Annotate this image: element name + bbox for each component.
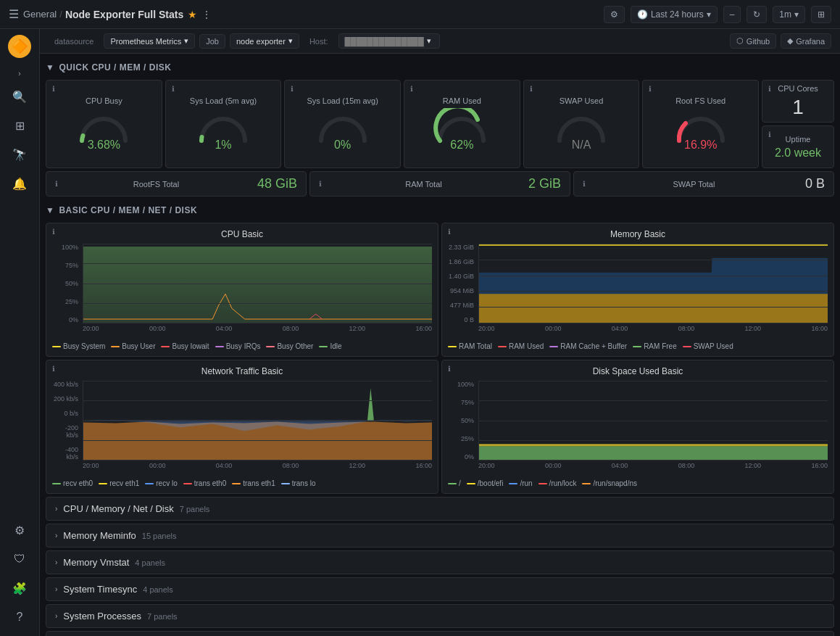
legend-ram-cache[interactable]: RAM Cache + Buffer [549, 342, 627, 350]
sidebar-item-explore[interactable]: 🔭 [5, 141, 34, 168]
dashboard: ▼ Quick CPU / Mem / Disk ℹ CPU Busy 3. [40, 54, 840, 636]
section-title-1: Memory Meminfo [63, 530, 136, 541]
cpu-cores-title: CPU Cores [778, 84, 818, 93]
legend-run-lock[interactable]: /run/lock [538, 479, 577, 487]
legend-label2: Busy User [122, 342, 155, 350]
info-icon11[interactable]: ℹ [583, 180, 586, 188]
info-icon12[interactable]: ℹ [52, 228, 55, 236]
legend-run-snapd-ns[interactable]: /run/snapd/ns [582, 479, 637, 487]
display-button[interactable]: ⊞ [811, 6, 831, 23]
hamburger-icon[interactable]: ☰ [9, 7, 19, 21]
info-icon9[interactable]: ℹ [55, 180, 58, 188]
sidebar-item-admin[interactable]: 🛡 [5, 546, 34, 572]
memory-basic-chart-area: 2.33 GiB 1.86 GiB 1.40 GiB 954 MiB 477 M… [448, 244, 828, 338]
info-icon10[interactable]: ℹ [319, 180, 322, 188]
sidebar-item-settings[interactable]: ⚙ [5, 517, 34, 543]
rootfs-used-title: Root FS Used [675, 96, 725, 105]
legend-trans-lo[interactable]: trans lo [281, 479, 316, 487]
breadcrumb-general[interactable]: General [23, 9, 57, 20]
info-icon6[interactable]: ℹ [649, 85, 652, 93]
legend-busy-iowait[interactable]: Busy Iowait [161, 342, 209, 350]
section-row-cpu-memory-net-disk[interactable]: › CPU / Memory / Net / Disk 7 panels [46, 497, 834, 521]
section-row-system-timesync[interactable]: › System Timesync 4 panels [46, 577, 834, 601]
chevron-down-icon: ▾ [707, 9, 711, 20]
legend-ram-free[interactable]: RAM Free [633, 342, 677, 350]
refresh-button[interactable]: ↻ [747, 6, 767, 23]
legend-run[interactable]: /run [509, 479, 532, 487]
info-icon3[interactable]: ℹ [291, 85, 294, 93]
app-logo[interactable]: 🔶 [8, 35, 31, 58]
sidebar-item-search[interactable]: 🔍 [5, 83, 34, 110]
cpu-busy-card: ℹ CPU Busy 3.68% [46, 80, 162, 168]
topbar-left: ☰ General / Node Exporter Full Stats ★ ⋮ [9, 7, 598, 21]
svg-marker-0 [83, 247, 432, 323]
grid-line12 [479, 400, 828, 401]
sys-load-15m-value: 0% [334, 139, 351, 152]
star-icon[interactable]: ★ [188, 9, 197, 20]
info-icon4[interactable]: ℹ [410, 85, 413, 93]
quick-cpu-section-title: Quick CPU / Mem / Disk [59, 62, 171, 73]
legend-busy-user[interactable]: Busy User [111, 342, 155, 350]
job-dropdown[interactable]: node exporter ▾ [230, 33, 299, 49]
info-icon8[interactable]: ℹ [768, 131, 771, 139]
grid-line [83, 284, 432, 284]
section-row-memory-meminfo[interactable]: › Memory Meminfo 15 panels [46, 524, 834, 548]
legend-trans-eth1[interactable]: trans eth1 [232, 479, 275, 487]
legend-dot4 [215, 346, 224, 347]
ram-used-title: RAM Used [443, 96, 481, 105]
share-icon[interactable]: ⋮ [201, 9, 212, 20]
quick-cpu-section-header[interactable]: ▼ Quick CPU / Mem / Disk [46, 59, 834, 75]
legend-busy-other[interactable]: Busy Other [266, 342, 313, 350]
settings-button[interactable]: ⚙ [604, 6, 625, 23]
legend-dot10 [633, 346, 641, 347]
svg-marker-5 [367, 388, 374, 421]
legend-label7: RAM Total [459, 342, 492, 350]
sidebar-expand-button[interactable]: › [0, 67, 39, 80]
legend-trans-eth0[interactable]: trans eth0 [183, 479, 226, 487]
legend-dot13 [99, 483, 107, 484]
legend-boot-efi[interactable]: /boot/efi [467, 479, 504, 487]
info-icon14[interactable]: ℹ [52, 365, 55, 373]
info-icon7[interactable]: ℹ [768, 85, 771, 93]
section-row-memory-vmstat[interactable]: › Memory Vmstat 4 panels [46, 550, 834, 574]
breadcrumb: General / Node Exporter Full Stats [23, 9, 183, 20]
legend-recv-eth1[interactable]: recv eth1 [99, 479, 139, 487]
sidebar-item-plugins[interactable]: 🧩 [5, 575, 34, 601]
legend-busy-irqs[interactable]: Busy IRQs [215, 342, 261, 350]
legend-swap-used[interactable]: SWAP Used [683, 342, 733, 350]
github-link-button[interactable]: ⬡ Github [730, 33, 776, 49]
sidebar-item-alerts[interactable]: 🔔 [5, 170, 34, 197]
info-icon13[interactable]: ℹ [448, 228, 451, 236]
cpu-basic-chart-inner [83, 244, 432, 323]
layout: 🔶 › 🔍 ⊞ 🔭 🔔 ⚙ 🛡 🧩 ? datasource Prometheu… [0, 29, 840, 636]
legend-ram-total[interactable]: RAM Total [448, 342, 492, 350]
basic-cpu-section-header[interactable]: ▼ Basic CPU / Mem / Net / Disk [46, 202, 834, 218]
rootfs-used-value: 16.9% [684, 139, 717, 152]
datasource-dropdown[interactable]: Prometheus Metrics ▾ [104, 33, 195, 49]
legend-idle[interactable]: Idle [319, 342, 341, 350]
interval-button[interactable]: 1m ▾ [773, 6, 805, 23]
swap-total-title: SWAP Total [673, 180, 715, 189]
sidebar-item-help[interactable]: ? [5, 604, 34, 630]
info-icon15[interactable]: ℹ [448, 365, 451, 373]
grafana-link-button[interactable]: ◆ Grafana [781, 33, 831, 49]
zoom-out-button[interactable]: – [723, 6, 741, 23]
time-range-button[interactable]: 🕐 Last 24 hours ▾ [631, 6, 718, 23]
section-row-system-misc[interactable]: › System Misc 7 panels [46, 631, 834, 636]
legend-recv-lo[interactable]: recv lo [145, 479, 177, 487]
host-dropdown[interactable]: ██████████████ ▾ [338, 33, 440, 49]
grid-line [83, 303, 432, 304]
memory-basic-svg [479, 244, 828, 323]
info-icon2[interactable]: ℹ [172, 85, 175, 93]
info-icon5[interactable]: ℹ [530, 85, 533, 93]
legend-busy-system[interactable]: Busy System [52, 342, 105, 350]
legend-ram-used[interactable]: RAM Used [498, 342, 544, 350]
memory-basic-legend: RAM Total RAM Used RAM Cache + Buffer [448, 342, 828, 350]
info-icon[interactable]: ℹ [52, 85, 55, 93]
sidebar-item-dashboards[interactable]: ⊞ [5, 112, 34, 139]
legend-root[interactable]: / [448, 479, 461, 487]
grid-line13 [479, 421, 828, 421]
legend-recv-eth0[interactable]: recv eth0 [52, 479, 93, 487]
sidebar-bottom: ⚙ 🛡 🧩 ? [5, 517, 34, 630]
section-row-system-processes[interactable]: › System Processes 7 panels [46, 604, 834, 628]
